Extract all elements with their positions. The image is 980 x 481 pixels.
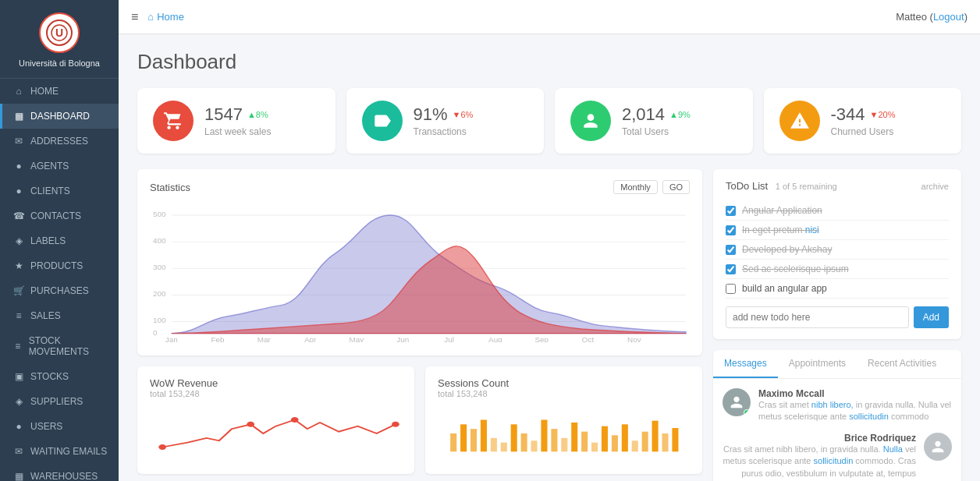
sidebar-item-labels[interactable]: ◈ LABELS bbox=[0, 228, 119, 253]
svg-rect-52 bbox=[672, 428, 678, 451]
stat-card-users: 2,014 ▲9% Total Users bbox=[555, 88, 753, 154]
statistics-chart: 500 400 300 200 100 0 bbox=[150, 202, 690, 345]
sidebar-item-label: SUPPLIERS bbox=[30, 396, 83, 407]
svg-rect-49 bbox=[642, 432, 648, 452]
todo-input-row: Add bbox=[726, 306, 949, 328]
monthly-dropdown[interactable]: Monthly bbox=[613, 180, 658, 194]
svg-rect-48 bbox=[632, 440, 638, 451]
stat-change-churned: ▼20% bbox=[870, 110, 896, 119]
sidebar-item-clients[interactable]: ● CLIENTS bbox=[0, 179, 119, 203]
stat-value-users: 2,014 ▲9% bbox=[622, 104, 691, 125]
stat-value-sales: 1547 ▲8% bbox=[204, 104, 271, 125]
svg-rect-32 bbox=[470, 429, 477, 451]
sidebar-item-warehouses[interactable]: ▦ WAREHOUSES bbox=[0, 464, 119, 481]
sidebar-item-suppliers[interactable]: ◈ SUPPLIERS bbox=[0, 389, 119, 414]
tab-appointments[interactable]: Appointments bbox=[778, 350, 857, 378]
stat-icon-users bbox=[570, 101, 611, 141]
todo-checkbox-2[interactable] bbox=[726, 225, 736, 235]
stat-change-transactions: ▼6% bbox=[453, 110, 474, 119]
sidebar-item-users[interactable]: ● USERS bbox=[0, 414, 119, 439]
sidebar-item-products[interactable]: ★ PRODUCTS bbox=[0, 253, 119, 278]
svg-rect-33 bbox=[481, 420, 487, 452]
topbar: ≡ ⌂ Home Matteo (Logout) bbox=[119, 0, 980, 34]
stock-movements-icon: ≡ bbox=[13, 341, 23, 352]
sidebar-item-addresses[interactable]: ✉ ADDRESSES bbox=[0, 129, 119, 154]
sidebar-item-contacts[interactable]: ☎ CONTACTS bbox=[0, 203, 119, 228]
todo-item: build an angular app bbox=[726, 279, 949, 299]
sidebar-item-stocks[interactable]: ▣ STOCKS bbox=[0, 364, 119, 389]
menu-toggle-button[interactable]: ≡ bbox=[131, 10, 138, 24]
message-sender-name-1: Maximo Mccall bbox=[758, 388, 952, 399]
clients-icon: ● bbox=[13, 186, 24, 196]
todo-item: Developed by Akshay bbox=[726, 240, 949, 260]
svg-point-28 bbox=[291, 417, 299, 423]
todo-add-button[interactable]: Add bbox=[914, 306, 949, 328]
purchases-icon: 🛒 bbox=[13, 285, 24, 296]
dashboard-icon: ▦ bbox=[13, 111, 24, 122]
warehouses-icon: ▦ bbox=[13, 471, 24, 481]
tab-messages[interactable]: Messages bbox=[713, 350, 778, 378]
sidebar-item-dashboard[interactable]: ▦ DASHBOARD bbox=[0, 104, 119, 129]
sessions-count-subtitle: total 153,248 bbox=[438, 389, 690, 398]
svg-text:500: 500 bbox=[153, 210, 165, 218]
sidebar-item-sales[interactable]: ≡ SALES bbox=[0, 303, 119, 328]
online-indicator bbox=[744, 409, 750, 416]
sidebar-item-waiting-emails[interactable]: ✉ WAITING EMAILS bbox=[0, 439, 119, 464]
logout-link[interactable]: Logout bbox=[933, 11, 964, 23]
tab-recent-activities[interactable]: Recent Activities bbox=[857, 350, 947, 378]
todo-archive-link[interactable]: archive bbox=[921, 182, 949, 191]
svg-text:Sep: Sep bbox=[534, 335, 549, 342]
wow-revenue-panel: WoW Revenue total 153,248 bbox=[137, 366, 414, 474]
sidebar-item-purchases[interactable]: 🛒 PURCHASES bbox=[0, 278, 119, 303]
svg-rect-34 bbox=[491, 438, 497, 452]
sidebar-item-agents[interactable]: ● AGENTS bbox=[0, 154, 119, 179]
sidebar-item-label: ADDRESSES bbox=[30, 136, 88, 147]
todo-item: Angular Application bbox=[726, 201, 949, 221]
page-title: Dashboard bbox=[137, 50, 961, 74]
message-body-2: Brice Rodriquez Cras sit amet nibh liber… bbox=[723, 433, 916, 481]
university-name: Università di Bologna bbox=[19, 58, 100, 69]
home-nav-label: Home bbox=[157, 11, 184, 23]
svg-rect-42 bbox=[571, 423, 577, 451]
svg-rect-39 bbox=[541, 420, 547, 452]
stat-card-transactions: 91% ▼6% Transactions bbox=[346, 88, 545, 154]
svg-rect-44 bbox=[591, 443, 598, 452]
todo-new-item-input[interactable] bbox=[726, 306, 909, 328]
svg-point-26 bbox=[158, 444, 166, 450]
stat-info-churned: -344 ▼20% Churned Users bbox=[831, 104, 896, 137]
svg-rect-31 bbox=[460, 424, 467, 451]
sidebar-item-label: SALES bbox=[30, 310, 61, 321]
sessions-count-panel: Sessions Count total 153,248 bbox=[425, 366, 702, 474]
sidebar-item-label: PURCHASES bbox=[30, 285, 89, 296]
svg-text:Oct: Oct bbox=[582, 335, 595, 342]
svg-rect-47 bbox=[622, 424, 628, 451]
topbar-username: Matteo bbox=[896, 11, 927, 23]
sidebar: U Università di Bologna ⌂ HOME ▦ DASHBOA… bbox=[0, 0, 119, 481]
nav-home-link[interactable]: ⌂ Home bbox=[147, 11, 184, 23]
left-panels: Statistics Monthly GO 500 400 300 bbox=[137, 169, 702, 481]
stat-icon-transactions bbox=[362, 101, 403, 141]
sidebar-item-label: LABELS bbox=[30, 235, 66, 246]
svg-text:100: 100 bbox=[153, 317, 165, 325]
todo-item: In eget pretum nisi bbox=[726, 221, 949, 240]
sidebar-item-home[interactable]: ⌂ HOME bbox=[0, 79, 119, 104]
sidebar-item-label: DASHBOARD bbox=[30, 111, 90, 122]
wow-revenue-subtitle: total 153,248 bbox=[150, 389, 402, 398]
go-button[interactable]: GO bbox=[662, 180, 690, 194]
svg-rect-46 bbox=[612, 435, 618, 451]
todo-item-text-4: Sed ac scelerisque ipsum bbox=[742, 263, 849, 274]
todo-checkbox-5[interactable] bbox=[726, 284, 736, 294]
todo-checkbox-1[interactable] bbox=[726, 206, 736, 216]
svg-rect-35 bbox=[501, 443, 507, 452]
todo-header: ToDo List 1 of 5 remaining archive bbox=[726, 180, 949, 192]
logo-emblem: U bbox=[39, 12, 80, 53]
svg-text:May: May bbox=[350, 335, 364, 342]
sidebar-item-stock-movements[interactable]: ≡ STOCK MOVEMENTS bbox=[0, 328, 119, 364]
content-area: Dashboard 1547 ▲8% Last week sales bbox=[119, 34, 980, 481]
todo-item: Sed ac scelerisque ipsum bbox=[726, 260, 949, 279]
todo-checkbox-3[interactable] bbox=[726, 245, 736, 255]
sidebar-nav: ⌂ HOME ▦ DASHBOARD ✉ ADDRESSES ● AGENTS … bbox=[0, 79, 119, 481]
todo-checkbox-4[interactable] bbox=[726, 264, 736, 274]
svg-rect-40 bbox=[551, 429, 557, 451]
sidebar-item-label: CLIENTS bbox=[30, 186, 70, 196]
